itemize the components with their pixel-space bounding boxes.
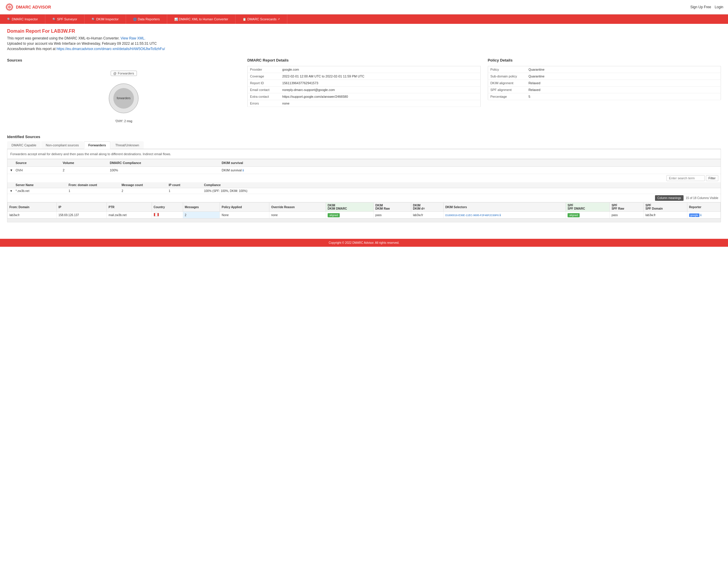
dmarc-inspector-icon: 🔍: [7, 18, 10, 21]
policy-label: Policy: [488, 66, 526, 73]
source-data-row: ▼ OVH 2 100% DKIM survival ℹ: [7, 167, 721, 174]
pie-svg: forwarders: [106, 81, 141, 116]
detail-value: google.com: [280, 66, 480, 73]
ptr-th: PTR: [107, 203, 152, 212]
footer-text: Copyright © 2022 DMARC Advisor. All righ…: [328, 241, 399, 245]
nav-spf-surveyor[interactable]: 🔍 SPF Surveyor: [45, 15, 85, 24]
from-domain-cell: lab3w.fr: [8, 212, 57, 218]
sub-compliance-value: 100% (SPF: 100%, DKIM: 100%): [204, 189, 718, 193]
logo: DMARC ADVISOR: [5, 2, 51, 12]
page-title: Domain Report For LAB3W.FR: [7, 28, 721, 34]
footer: Copyright © 2022 DMARC Advisor. All righ…: [0, 239, 728, 247]
ip-count-header: IP count: [169, 184, 204, 187]
sources-chart: @ Forwarders forwarders 'OVH': 2 msg: [7, 66, 240, 127]
selector-info-icon[interactable]: ℹ: [499, 213, 501, 217]
override-reason-th: Override Reason: [269, 203, 326, 212]
policy-table: PolicyQuarantineSub-domain policyQuarant…: [488, 66, 721, 100]
dkim-dmarc-cell: aligned: [326, 212, 373, 218]
source-compliance: 100%: [110, 168, 222, 172]
view-raw-xml-link[interactable]: View Raw XML.: [121, 36, 145, 40]
search-input[interactable]: [666, 175, 705, 181]
compliance-col-header: DMARC Compliance: [110, 161, 222, 165]
header-actions: Sign Up Free Login: [690, 5, 723, 9]
pie-chart: forwarders: [106, 81, 141, 116]
dkim-selector-link[interactable]: D1690016-E36E-11EC-9695-F2F46F2C69F6: [445, 214, 499, 217]
policy-label: Percentage: [488, 93, 526, 100]
override-reason-cell: none: [269, 212, 326, 218]
policy-applied-cell: None: [220, 212, 269, 218]
info-text-3: Access/bookmark this report at https://e…: [7, 47, 721, 51]
detail-value: 15611396437762941573: [280, 80, 480, 87]
from-domain-count-header: From: domain count: [69, 184, 122, 187]
sources-section: Sources @ Forwarders forwarders 'OVH': 2…: [7, 58, 240, 127]
ip-cell: 158.69.126.137: [57, 212, 107, 218]
reporter-th: Reporter: [687, 203, 720, 212]
detail-label: Extra contact: [248, 93, 280, 100]
detail-label: Coverage: [248, 73, 280, 80]
policy-label: Sub-domain policy: [488, 73, 526, 80]
login-link[interactable]: Login: [715, 5, 723, 9]
country-th: Country: [152, 203, 183, 212]
server-name-value: *.zw3b.net: [16, 189, 69, 193]
from-domain-th: From: Domain: [8, 203, 57, 212]
policy-label: SPF alignment: [488, 87, 526, 93]
bookmark-link[interactable]: https://eu.dmarcadvisor.com/dmarc-xml/de…: [57, 47, 165, 51]
tab-non-compliant-sources[interactable]: Non-compliant sources: [41, 141, 83, 149]
ptr-cell: mail.zw3b.net: [107, 212, 152, 218]
nav-data-reporters[interactable]: 🌐 Data Reporters: [126, 15, 167, 24]
columns-visible-text: 15 of 18 Columns Visible: [686, 196, 718, 200]
logo-text: DMARC ADVISOR: [16, 5, 51, 9]
spf-dmarc-cell: aligned: [566, 212, 610, 218]
dkim-d-th: DKIM DKIM d=: [411, 203, 443, 212]
dmarc-detail-row: Report ID15611396437762941573: [248, 80, 480, 87]
dkim-info-icon[interactable]: ℹ: [242, 169, 244, 172]
tabs: DMARC CapableNon-compliant sourcesForwar…: [7, 141, 721, 149]
detail-value: https://support.google.com/a/answer/2466…: [280, 93, 480, 100]
sub-data-row: ▼ *.zw3b.net 1 2 1 100% (SPF: 100%, DKIM…: [7, 188, 721, 194]
nav-dkim-inspector[interactable]: 🔍 DKIM Inspector: [85, 15, 126, 24]
tab-dmarc-capable[interactable]: DMARC Capable: [7, 141, 41, 149]
message-count-header: Message count: [122, 184, 169, 187]
spf-domain-th: SPF SPF Domain: [643, 203, 687, 212]
policy-value: Quarantine: [526, 73, 721, 80]
tab-threat/unknown[interactable]: Threat/Unknown: [111, 141, 144, 149]
identified-sources: Identified Sources DMARC CapableNon-comp…: [7, 134, 721, 222]
info-text-2: Uploaded to your account via Web Interfa…: [7, 42, 721, 46]
dmarc-detail-row: Coverage2022-02-01 12:00 AM UTC to 2022-…: [248, 73, 480, 80]
svg-text:forwarders: forwarders: [117, 97, 131, 100]
spf-raw-th: SPF SPF Raw: [610, 203, 643, 212]
policy-value: Quarantine: [526, 66, 721, 73]
dkim-raw-th: DKIM DKIM Raw: [373, 203, 411, 212]
filter-button[interactable]: Filter: [706, 175, 718, 181]
tab-forwarders[interactable]: Forwarders: [84, 141, 110, 149]
policy-details-section: Policy Details PolicyQuarantineSub-domai…: [488, 58, 721, 127]
detail-value: none: [280, 100, 480, 107]
from-count-value: 1: [69, 189, 122, 193]
sub-expand-toggle[interactable]: ▼: [10, 189, 16, 193]
source-volume: 2: [63, 168, 110, 172]
chart-legend: 'OVH': 2 msg: [115, 120, 132, 123]
scorecards-icon: 📋: [242, 18, 246, 21]
detail-label: Email contact: [248, 87, 280, 93]
sub-header-row: Server Name From: domain count Message c…: [7, 182, 721, 188]
reporter-cell: google ℹ: [687, 212, 720, 218]
detail-label: Provider: [248, 66, 280, 73]
main-content: Domain Report For LAB3W.FR This report w…: [0, 24, 728, 227]
messages-cell: 2: [183, 212, 220, 218]
nav-scorecards[interactable]: 📋 DMARC Scorecards ↗: [236, 15, 287, 24]
signup-link[interactable]: Sign Up Free: [690, 5, 711, 9]
top-header: DMARC ADVISOR Sign Up Free Login: [0, 0, 728, 15]
source-col-header: Source: [16, 161, 63, 165]
reporter-logo: google: [689, 213, 700, 217]
dkim-raw-cell: pass: [373, 212, 411, 218]
column-meanings-button[interactable]: Column meanings: [655, 195, 684, 201]
spf-raw-cell: pass: [610, 212, 643, 218]
messages-th: Messages: [183, 203, 220, 212]
reporter-info-icon[interactable]: ℹ: [700, 213, 702, 217]
nav-dmarc-inspector[interactable]: 🔍 DMARC Inspector: [0, 15, 45, 24]
policy-details-title: Policy Details: [488, 58, 721, 62]
expand-toggle[interactable]: ▼: [10, 168, 16, 172]
horizontal-scrollbar[interactable]: [7, 218, 721, 222]
nav-xml-converter[interactable]: 📊 DMARC XML to Human Converter: [167, 15, 236, 24]
sub-compliance-header: Compliance: [204, 184, 718, 187]
